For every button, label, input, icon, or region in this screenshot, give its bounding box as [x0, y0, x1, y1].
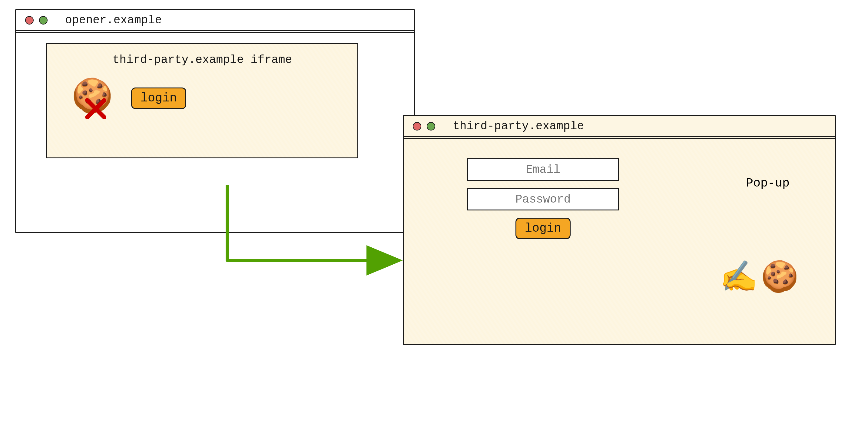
maximize-icon[interactable] — [39, 16, 48, 25]
popup-window: third-party.example Pop-up login ✍️ 🍪 — [403, 115, 836, 345]
opener-titlebar: opener.example — [16, 10, 414, 31]
login-form: login — [461, 158, 625, 239]
third-party-iframe: third-party.example iframe 🍪 login — [46, 43, 358, 158]
email-field[interactable] — [467, 158, 619, 181]
cross-icon — [84, 97, 108, 121]
opener-window: opener.example third-party.example ifram… — [15, 9, 415, 233]
maximize-icon[interactable] — [427, 122, 435, 130]
close-icon[interactable] — [413, 122, 421, 130]
cookie-write: ✍️ 🍪 — [720, 259, 799, 296]
close-icon[interactable] — [25, 16, 34, 25]
popup-label: Pop-up — [746, 177, 789, 190]
opener-url: opener.example — [65, 13, 162, 27]
opener-body: third-party.example iframe 🍪 login — [16, 31, 414, 232]
iframe-title: third-party.example iframe — [59, 53, 345, 66]
popup-login-button[interactable]: login — [516, 218, 570, 239]
cookie-blocked: 🍪 — [71, 82, 113, 115]
cookie-icon: 🍪 — [761, 259, 799, 296]
iframe-content: 🍪 login — [59, 82, 345, 115]
popup-titlebar: third-party.example — [404, 116, 835, 137]
popup-body: Pop-up login ✍️ 🍪 — [404, 137, 835, 344]
writing-hand-icon: ✍️ — [720, 259, 758, 296]
iframe-login-button[interactable]: login — [131, 88, 186, 109]
password-field[interactable] — [467, 188, 619, 211]
popup-url: third-party.example — [453, 120, 584, 133]
